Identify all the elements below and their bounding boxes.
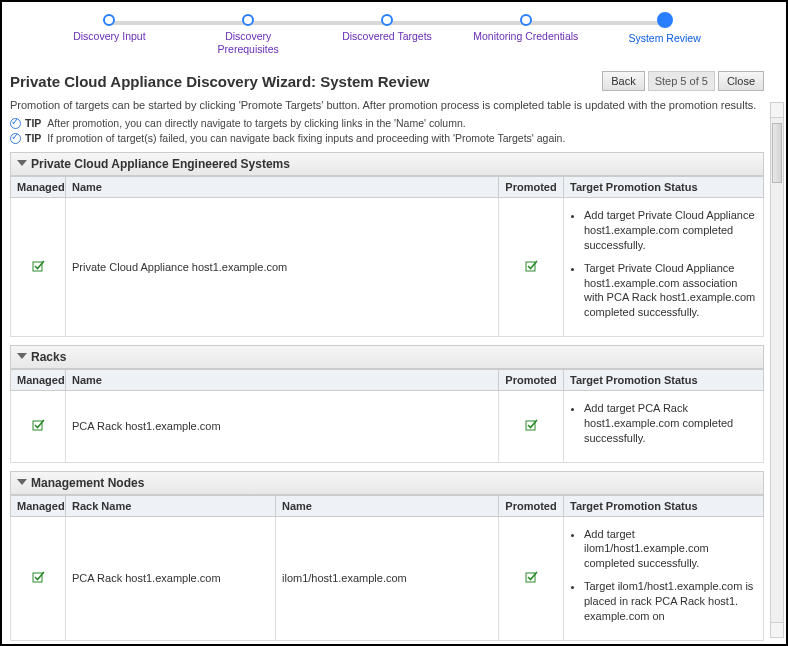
step-label: Monitoring Credentials xyxy=(473,30,578,43)
svg-rect-5 xyxy=(526,573,535,582)
svg-rect-1 xyxy=(526,262,535,271)
tip-label: TIP xyxy=(25,117,41,129)
promoted-check-icon xyxy=(525,259,537,271)
cell-name[interactable]: ilom1/host1.example.com xyxy=(276,516,499,640)
status-item: Target ilom1/host1.example.com is placed… xyxy=(584,579,757,624)
tip-text: After promotion, you can directly naviga… xyxy=(47,117,465,129)
svg-rect-3 xyxy=(526,421,535,430)
back-button[interactable]: Back xyxy=(602,71,644,91)
cell-rack-name[interactable]: PCA Rack host1.example.com xyxy=(66,516,276,640)
tip-check-icon xyxy=(10,118,21,129)
intro-text: Promotion of targets can be started by c… xyxy=(10,99,764,111)
table-row: PCA Rack host1.example.com ilom1/host1.e… xyxy=(11,516,764,640)
scrollbar-thumb[interactable] xyxy=(772,123,782,183)
table-row: Private Cloud Appliance host1.example.co… xyxy=(11,198,764,337)
cell-name[interactable]: Private Cloud Appliance host1.example.co… xyxy=(66,198,499,337)
section-title: Management Nodes xyxy=(31,476,144,490)
section-header-pca[interactable]: Private Cloud Appliance Engineered Syste… xyxy=(10,152,764,176)
section-header-racks[interactable]: Racks xyxy=(10,345,764,369)
col-managed: Managed xyxy=(11,177,66,198)
col-name: Name xyxy=(66,177,499,198)
col-promoted: Promoted xyxy=(499,495,564,516)
col-status: Target Promotion Status xyxy=(564,495,764,516)
mgmt-table: Managed Rack Name Name Promoted Target P… xyxy=(10,495,764,641)
step-label: Discovered Targets xyxy=(342,30,432,43)
pca-table: Managed Name Promoted Target Promotion S… xyxy=(10,176,764,337)
col-status: Target Promotion Status xyxy=(564,177,764,198)
col-rack-name: Rack Name xyxy=(66,495,276,516)
col-promoted: Promoted xyxy=(499,370,564,391)
disclosure-triangle-icon xyxy=(17,160,27,166)
section-header-mgmt[interactable]: Management Nodes xyxy=(10,471,764,495)
step-circle-icon xyxy=(381,14,393,26)
status-item: Target Private Cloud Appliance host1.exa… xyxy=(584,261,757,320)
svg-rect-2 xyxy=(33,421,42,430)
status-item: Add target Private Cloud Appliance host1… xyxy=(584,208,757,253)
section-racks: Racks Managed Name Promoted Target Promo… xyxy=(10,345,764,463)
section-title: Private Cloud Appliance Engineered Syste… xyxy=(31,157,290,171)
tip-line: TIP After promotion, you can directly na… xyxy=(10,117,764,129)
tip-label: TIP xyxy=(25,132,41,144)
step-system-review[interactable]: System Review xyxy=(595,14,734,45)
promoted-check-icon xyxy=(525,418,537,430)
close-button[interactable]: Close xyxy=(718,71,764,91)
step-label: Discovery Prerequisites xyxy=(208,30,288,55)
page-title: Private Cloud Appliance Discovery Wizard… xyxy=(10,73,429,90)
svg-rect-4 xyxy=(33,573,42,582)
step-circle-icon xyxy=(520,14,532,26)
step-circle-icon xyxy=(657,12,673,28)
step-discovered-targets[interactable]: Discovered Targets xyxy=(318,14,457,43)
cell-name[interactable]: PCA Rack host1.example.com xyxy=(66,391,499,463)
vertical-scrollbar[interactable] xyxy=(770,102,784,638)
managed-check-icon xyxy=(32,570,44,582)
col-managed: Managed xyxy=(11,495,66,516)
col-status: Target Promotion Status xyxy=(564,370,764,391)
promoted-check-icon xyxy=(525,570,537,582)
step-label: Discovery Input xyxy=(73,30,145,43)
status-item: Add target PCA Rack host1.example.com co… xyxy=(584,401,757,446)
step-monitoring-credentials[interactable]: Monitoring Credentials xyxy=(456,14,595,43)
step-label: System Review xyxy=(628,32,700,45)
section-title: Racks xyxy=(31,350,66,364)
tip-check-icon xyxy=(10,133,21,144)
managed-check-icon xyxy=(32,259,44,271)
wizard-stepper: Discovery Input Discovery Prerequisites … xyxy=(10,10,764,65)
racks-table: Managed Name Promoted Target Promotion S… xyxy=(10,369,764,463)
cell-status: Add target ilom1/host1.example.com compl… xyxy=(564,516,764,640)
table-row: PCA Rack host1.example.com Add target PC… xyxy=(11,391,764,463)
tip-line: TIP If promotion of target(s) failed, yo… xyxy=(10,132,764,144)
col-promoted: Promoted xyxy=(499,177,564,198)
step-discovery-input[interactable]: Discovery Input xyxy=(40,14,179,43)
section-mgmt-nodes: Management Nodes Managed Rack Name Name … xyxy=(10,471,764,641)
header-buttons: Back Step 5 of 5 Close xyxy=(602,71,764,91)
col-managed: Managed xyxy=(11,370,66,391)
svg-rect-0 xyxy=(33,262,42,271)
col-name: Name xyxy=(66,370,499,391)
disclosure-triangle-icon xyxy=(17,353,27,359)
col-name: Name xyxy=(276,495,499,516)
tip-text: If promotion of target(s) failed, you ca… xyxy=(47,132,565,144)
section-pca: Private Cloud Appliance Engineered Syste… xyxy=(10,152,764,337)
cell-status: Add target PCA Rack host1.example.com co… xyxy=(564,391,764,463)
status-item: Add target ilom1/host1.example.com compl… xyxy=(584,527,757,572)
managed-check-icon xyxy=(32,418,44,430)
cell-status: Add target Private Cloud Appliance host1… xyxy=(564,198,764,337)
step-counter: Step 5 of 5 xyxy=(648,71,715,91)
disclosure-triangle-icon xyxy=(17,479,27,485)
